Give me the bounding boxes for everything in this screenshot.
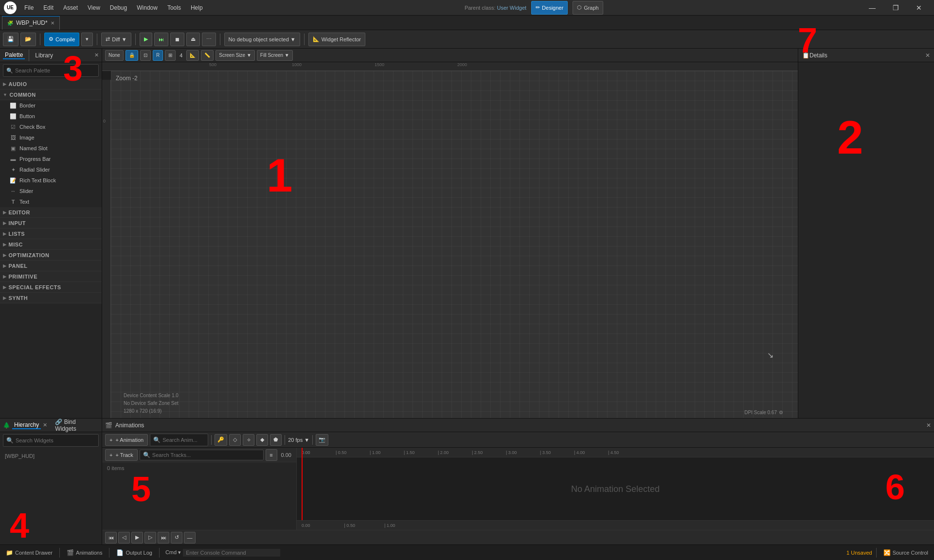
palette-item-progress-bar[interactable]: ▬ Progress Bar xyxy=(0,154,102,164)
section-editor[interactable]: ▶ EDITOR xyxy=(0,207,102,218)
compile-button[interactable]: ⚙ Compile xyxy=(44,33,79,46)
prev-frame-button[interactable]: ◁ xyxy=(118,532,130,543)
content-drawer-button[interactable]: 📁 Content Drawer xyxy=(3,545,55,560)
hierarchy-search-input[interactable] xyxy=(16,438,95,443)
designer-button[interactable]: ✏ Designer xyxy=(531,1,568,15)
library-tab[interactable]: Library xyxy=(33,52,55,59)
more-play-options-button[interactable]: ⋯ xyxy=(202,33,216,46)
stop-button[interactable]: ⏹ xyxy=(170,33,184,46)
section-lists[interactable]: ▶ LISTS xyxy=(0,228,102,239)
source-control-button[interactable]: 🔀 Source Control xyxy=(880,549,931,556)
lock-button[interactable]: 🔒 xyxy=(126,50,138,61)
menu-asset[interactable]: Asset xyxy=(59,2,82,13)
filter-button[interactable]: ≡ xyxy=(266,449,277,461)
debug-selector-button[interactable]: No debug object selected ▼ xyxy=(224,33,300,46)
palette-search-input[interactable] xyxy=(15,68,95,73)
bone-button[interactable]: ◇ xyxy=(229,434,241,446)
diff-button[interactable]: ⇄ Diff ▼ xyxy=(101,33,131,46)
menu-help[interactable]: Help xyxy=(187,2,207,13)
eject-button[interactable]: ⏏ xyxy=(186,33,200,46)
hierarchy-close-button[interactable]: ✕ xyxy=(43,422,47,428)
dpi-settings-icon[interactable]: ⚙ xyxy=(779,410,783,415)
menu-window[interactable]: Window xyxy=(133,2,162,13)
add-track-button[interactable]: + + Track xyxy=(105,449,138,461)
canvas-viewport[interactable]: Zoom -2 1 ↘ Device Content Scale 1.0 No … xyxy=(111,71,798,418)
tab-wbp-hud[interactable]: 🧩 WBP_HUD* ✕ xyxy=(2,16,60,30)
save-button[interactable]: 💾 xyxy=(3,33,18,46)
menu-file[interactable]: File xyxy=(20,2,37,13)
palette-item-border[interactable]: ⬜ Border xyxy=(0,100,102,111)
output-log-button[interactable]: 📄 Output Log xyxy=(113,545,155,560)
bind-widgets-tab[interactable]: 🔗 Bind Widgets xyxy=(53,419,99,432)
play-button[interactable]: ▶ xyxy=(140,33,152,46)
next-frame-button[interactable]: ▷ xyxy=(144,532,156,543)
section-optimization[interactable]: ▶ OPTIMIZATION xyxy=(0,250,102,261)
go-to-start-button[interactable]: ⏮ xyxy=(105,532,117,543)
widget-reflector-button[interactable]: 📐 Widget Reflector xyxy=(308,33,365,46)
none-button[interactable]: None xyxy=(105,50,124,61)
close-button[interactable]: ✕ xyxy=(908,0,930,16)
section-primitive[interactable]: ▶ PRIMITIVE xyxy=(0,271,102,282)
animation-search-box[interactable]: 🔍 xyxy=(150,434,208,446)
palette-item-image[interactable]: 🖼 Image xyxy=(0,132,102,143)
camera-button[interactable]: 📷 xyxy=(316,434,328,446)
snap2-button[interactable]: 📏 xyxy=(201,50,214,61)
more-controls-button[interactable]: — xyxy=(184,532,196,543)
menu-tools[interactable]: Tools xyxy=(163,2,185,13)
browse-button[interactable]: 📂 xyxy=(20,33,36,46)
palette-item-slider[interactable]: ↔ Slider xyxy=(0,186,102,196)
compile-options-button[interactable]: ▾ xyxy=(81,33,93,46)
graph-button[interactable]: ⬡ Graph xyxy=(573,1,603,15)
fill-screen-button[interactable]: Fill Screen ▼ xyxy=(257,50,293,61)
hierarchy-root-item[interactable]: [WBP_HUD] xyxy=(3,451,99,461)
parent-class-link[interactable]: User Widget xyxy=(497,5,527,11)
section-input[interactable]: ▶ INPUT xyxy=(0,218,102,228)
timeline[interactable]: 0.00 | 0.50 | 1.00 | 1.50 | 2.00 | 2.50 … xyxy=(297,448,934,530)
loop-button[interactable]: ↺ xyxy=(171,532,182,543)
animation-search-input[interactable] xyxy=(162,437,205,443)
track-search-box[interactable]: 🔍 xyxy=(140,450,264,460)
section-common[interactable]: ▼ COMMON xyxy=(0,89,102,100)
screen-size-button[interactable]: Screen Size ▼ xyxy=(216,50,255,61)
section-synth[interactable]: ▶ SYNTH xyxy=(0,293,102,303)
palette-search-box[interactable]: 🔍 xyxy=(3,64,99,77)
section-audio[interactable]: ▶ AUDIO xyxy=(0,79,102,89)
palette-item-text[interactable]: T Text xyxy=(0,196,102,207)
palette-item-rich-text[interactable]: 📝 Rich Text Block xyxy=(0,175,102,186)
menu-edit[interactable]: Edit xyxy=(39,2,57,13)
animations-status-button[interactable]: 🎬 Animations xyxy=(64,545,105,560)
section-special-effects[interactable]: ▶ SPECIAL EFFECTS xyxy=(0,282,102,293)
tab-close-button[interactable]: ✕ xyxy=(51,20,54,26)
auto-key-button[interactable]: ⬟ xyxy=(270,434,282,446)
animations-close-button[interactable]: ✕ xyxy=(926,422,931,429)
palette-item-named-slot[interactable]: ▣ Named Slot xyxy=(0,143,102,154)
palette-tab[interactable]: Palette xyxy=(3,52,25,59)
palette-item-radial-slider[interactable]: ✦ Radial Slider xyxy=(0,164,102,175)
fit-button[interactable]: ⊡ xyxy=(140,50,151,61)
hierarchy-search-box[interactable]: 🔍 xyxy=(3,434,99,447)
menu-debug[interactable]: Debug xyxy=(106,2,131,13)
event-button[interactable]: ◆ xyxy=(256,434,268,446)
section-misc[interactable]: ▶ MISC xyxy=(0,239,102,250)
section-panel[interactable]: ▶ PANEL xyxy=(0,261,102,271)
grid-button[interactable]: ⊞ xyxy=(165,50,176,61)
add-animation-button[interactable]: + + Animation xyxy=(105,434,148,446)
curve-button[interactable]: ⟡ xyxy=(243,434,254,446)
palette-item-checkbox[interactable]: ☑ Check Box xyxy=(0,122,102,132)
track-search-input[interactable] xyxy=(152,452,260,458)
menu-view[interactable]: View xyxy=(84,2,104,13)
hierarchy-tab[interactable]: Hierarchy xyxy=(12,421,41,429)
snap-button[interactable]: 📐 xyxy=(186,50,199,61)
key-button[interactable]: 🔑 xyxy=(215,434,227,446)
details-close-button[interactable]: ✕ xyxy=(925,52,930,59)
minimize-button[interactable]: — xyxy=(861,0,883,16)
maximize-button[interactable]: ❐ xyxy=(884,0,907,16)
console-input[interactable] xyxy=(183,549,280,557)
palette-close-button[interactable]: ✕ xyxy=(94,52,99,58)
r-button[interactable]: R xyxy=(153,50,163,61)
play-anim-button[interactable]: ▶ xyxy=(131,532,143,543)
palette-item-button[interactable]: ⬜ Button xyxy=(0,111,102,122)
timeline-playhead[interactable] xyxy=(302,448,303,530)
step-button[interactable]: ⏭ xyxy=(154,33,168,46)
go-to-end-button[interactable]: ⏭ xyxy=(158,532,169,543)
